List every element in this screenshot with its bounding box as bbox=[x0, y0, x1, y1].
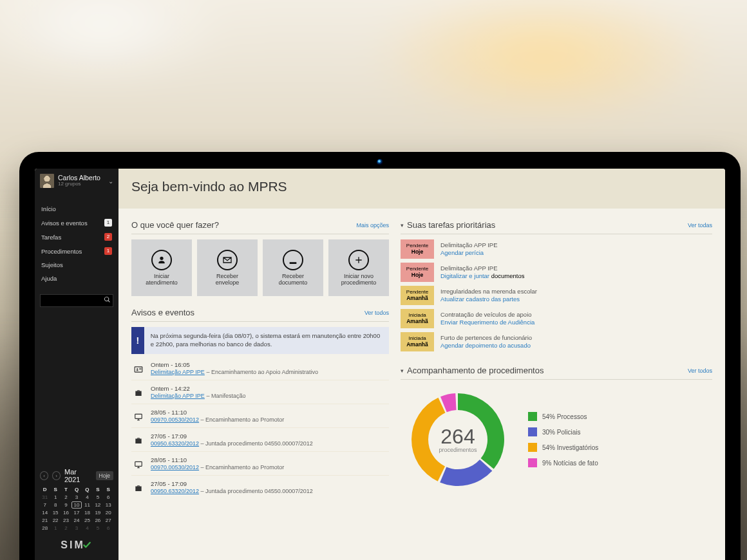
cal-day[interactable]: 12 bbox=[93, 501, 102, 509]
task-status-tag: PendenteHoje bbox=[401, 239, 434, 259]
cal-day[interactable]: 5 bbox=[93, 525, 102, 532]
cal-day[interactable]: 15 bbox=[50, 509, 60, 516]
avisos-more[interactable]: Ver todos bbox=[364, 310, 389, 316]
screen: Carlos Alberto 12 grupos ⌄ InícioAvisos … bbox=[35, 169, 725, 560]
cal-day[interactable]: 19 bbox=[93, 509, 102, 516]
tasks-more[interactable]: Ver todas bbox=[688, 222, 712, 229]
cal-day[interactable]: 2 bbox=[61, 525, 71, 532]
procs-heading: Acompanhamento de procedimentos bbox=[407, 366, 544, 375]
cal-day[interactable]: 1 bbox=[50, 494, 60, 501]
cal-day[interactable]: 28 bbox=[40, 525, 50, 532]
task-status-tag: PendenteHoje bbox=[401, 263, 434, 282]
cal-day[interactable]: 2 bbox=[61, 494, 71, 501]
cal-day[interactable]: 3 bbox=[71, 525, 81, 532]
task-link[interactable]: Agendar depoimento do acusado bbox=[440, 342, 531, 349]
sidebar-item-label: Avisos e eventos bbox=[41, 219, 88, 227]
event-link[interactable]: 00950.63320/2012 bbox=[151, 440, 199, 447]
search-input[interactable] bbox=[40, 294, 113, 307]
sidebar-item-sujeitos[interactable]: Sujeitos bbox=[35, 258, 118, 272]
event-row[interactable]: Ontem - 14:22Delimitação APP IPE – Manif… bbox=[131, 380, 389, 404]
action-tile-iniciar-novo[interactable]: Iniciar novoprocedimento bbox=[328, 239, 389, 296]
cal-day[interactable]: 25 bbox=[82, 517, 92, 524]
event-link[interactable]: Delimitação APP IPE bbox=[151, 393, 205, 399]
cal-today-button[interactable]: Hoje bbox=[96, 471, 113, 480]
cal-day[interactable]: 7 bbox=[40, 501, 50, 509]
task-link[interactable]: Digitalizar e juntar bbox=[440, 272, 489, 279]
cal-day[interactable]: 3 bbox=[71, 494, 81, 501]
donut-center-label: procedimentos bbox=[439, 447, 477, 453]
cal-day[interactable]: 10 bbox=[71, 501, 81, 509]
tile-label: Receberdocumento bbox=[279, 274, 308, 286]
cal-day[interactable]: 5 bbox=[93, 494, 102, 501]
task-title: Delimitação APP IPE bbox=[440, 241, 498, 249]
cal-day[interactable]: 11 bbox=[82, 501, 92, 509]
task-row[interactable]: PendenteAmanhãIrregularidades na merenda… bbox=[401, 286, 712, 305]
task-link[interactable]: Agendar perícia bbox=[440, 249, 484, 256]
cal-day[interactable]: 17 bbox=[71, 509, 81, 516]
event-row[interactable]: 28/05 - 11:1000970.00530/2012 – Encaminh… bbox=[131, 404, 389, 428]
event-row[interactable]: 27/05 - 17:0900950.63320/2012 – Juntada … bbox=[131, 476, 389, 499]
event-row[interactable]: 28/05 - 11:1000970.00530/2012 – Encaminh… bbox=[131, 452, 389, 476]
event-time: 27/05 - 17:09 bbox=[151, 480, 313, 487]
task-row[interactable]: IniciadaAmanhãContratação de veículos de… bbox=[401, 309, 712, 328]
cal-day[interactable]: 21 bbox=[40, 517, 50, 524]
sidebar-item-tarefas[interactable]: Tarefas2 bbox=[35, 230, 118, 244]
event-row[interactable]: 27/05 - 17:0900950.63320/2012 – Juntada … bbox=[131, 428, 389, 452]
sidebar-item-procedimentos[interactable]: Procedimentos1 bbox=[35, 244, 118, 258]
collapse-icon[interactable]: ▾ bbox=[401, 222, 404, 229]
cal-day[interactable]: 31 bbox=[40, 494, 50, 501]
event-link[interactable]: Delimitação APP IPE bbox=[151, 369, 205, 375]
cal-day[interactable]: 1 bbox=[50, 525, 60, 532]
sidebar-item-ajuda[interactable]: Ajuda bbox=[35, 272, 118, 285]
cal-day[interactable]: 24 bbox=[71, 517, 81, 524]
titlebar: Seja bem-vindo ao MPRS bbox=[118, 169, 725, 209]
cal-day[interactable]: 20 bbox=[104, 509, 113, 516]
cal-day[interactable]: 4 bbox=[82, 525, 92, 532]
sidebar-item-início[interactable]: Início bbox=[35, 202, 118, 216]
monitor-icon bbox=[133, 459, 144, 471]
cal-day[interactable]: 26 bbox=[93, 517, 102, 524]
cal-day[interactable]: 18 bbox=[82, 509, 92, 516]
tile-label: Iniciar novoprocedimento bbox=[341, 274, 377, 286]
cal-day[interactable]: 9 bbox=[61, 501, 71, 509]
sidebar-item-avisos-e-eventos[interactable]: Avisos e eventos1 bbox=[35, 216, 118, 230]
action-tile-receber[interactable]: Receberdocumento bbox=[263, 239, 323, 296]
procs-more[interactable]: Ver todos bbox=[688, 368, 712, 374]
quick-actions-more[interactable]: Mais opções bbox=[356, 222, 389, 229]
event-suffix: – Manifestação bbox=[205, 393, 246, 399]
logo: SIM bbox=[35, 533, 118, 560]
cal-day[interactable]: 14 bbox=[40, 509, 50, 516]
cal-day[interactable]: 4 bbox=[82, 494, 92, 501]
cal-title: Mar 2021 bbox=[64, 468, 92, 483]
task-row[interactable]: IniciadaAmanhãFurto de pertences de func… bbox=[401, 332, 712, 351]
cal-day[interactable]: 16 bbox=[61, 509, 71, 516]
cal-day[interactable]: 23 bbox=[61, 517, 71, 524]
svg-rect-3 bbox=[135, 462, 142, 466]
action-tile-iniciar[interactable]: Iniciaratendimento bbox=[131, 239, 192, 296]
legend-label: 54% Processos bbox=[542, 413, 587, 420]
tile-icon bbox=[217, 250, 238, 270]
cal-day[interactable]: 13 bbox=[104, 501, 113, 509]
event-row[interactable]: Ontem - 16:05Delimitação APP IPE – Encam… bbox=[131, 357, 389, 380]
task-link[interactable]: Atualizar cadastro das partes bbox=[440, 295, 520, 303]
user-menu[interactable]: Carlos Alberto 12 grupos ⌄ bbox=[35, 169, 118, 192]
event-link[interactable]: 00950.63320/2012 bbox=[151, 488, 199, 494]
task-title: Irregularidades na merenda escolar bbox=[440, 288, 537, 295]
cal-prev[interactable]: ‹ bbox=[40, 471, 48, 480]
cal-day[interactable]: 6 bbox=[104, 494, 113, 501]
task-row[interactable]: PendenteHojeDelimitação APP IPEAgendar p… bbox=[401, 239, 712, 259]
cal-day[interactable]: 6 bbox=[104, 525, 113, 532]
action-tile-receber[interactable]: Receberenvelope bbox=[197, 239, 258, 296]
cal-day[interactable]: 22 bbox=[50, 517, 60, 524]
cal-next[interactable]: › bbox=[52, 471, 61, 480]
calendar-grid[interactable]: DSTQQSS311234567891011121314151617181920… bbox=[40, 486, 113, 532]
task-link[interactable]: Enviar Requerimento de Audiência bbox=[440, 319, 534, 326]
collapse-icon[interactable]: ▾ bbox=[401, 368, 404, 374]
task-row[interactable]: PendenteHojeDelimitação APP IPEDigitaliz… bbox=[401, 263, 712, 282]
cal-day[interactable]: 8 bbox=[50, 501, 60, 509]
avatar bbox=[40, 174, 54, 188]
cal-day[interactable]: 27 bbox=[104, 517, 113, 524]
event-link[interactable]: 00970.00530/2012 bbox=[151, 416, 199, 423]
donut-center-value: 264 bbox=[440, 426, 475, 447]
event-link[interactable]: 00970.00530/2012 bbox=[151, 464, 199, 471]
